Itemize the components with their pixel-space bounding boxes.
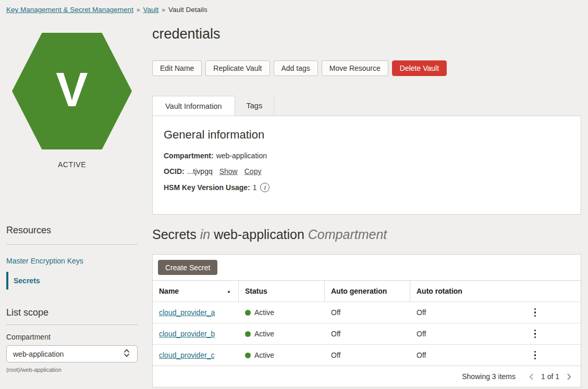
row-actions-menu-icon[interactable] — [531, 327, 540, 342]
auto-generation-cell: Off — [325, 323, 410, 344]
secret-name-cell: cloud_provider_a — [153, 302, 239, 323]
table-footer: Showing 3 items 1 of 1 — [153, 366, 581, 387]
auto-generation-cell: Off — [325, 345, 410, 366]
column-header-auto-generation[interactable]: Auto generation — [325, 281, 410, 302]
secrets-heading-compartment: web-application — [214, 227, 304, 242]
sidebar-item-master-encryption-keys[interactable]: Master Encryption Keys — [6, 252, 138, 270]
hsm-key-version-row: HSM Key Version Usage: 1 i — [164, 183, 570, 192]
replicate-vault-button[interactable]: Replicate Vault — [205, 60, 270, 76]
copy-ocid-link[interactable]: Copy — [244, 167, 262, 175]
tab-tags[interactable]: Tags — [235, 96, 275, 116]
ocid-info-row: OCID: ...tjvpgq Show Copy — [164, 167, 570, 175]
secrets-heading-in: in — [200, 227, 210, 242]
sort-ascending-icon: ▲ — [227, 289, 231, 294]
breadcrumb-link-key-management[interactable]: Key Management & Secret Management — [6, 6, 133, 14]
compartment-info-row: Compartment: web-application — [164, 152, 570, 160]
secrets-section-heading: Secrets in web-application Compartment — [152, 227, 581, 242]
ocid-label: OCID: — [164, 167, 185, 175]
status-label: Active — [254, 308, 274, 317]
tab-vault-information[interactable]: Vault Information — [152, 96, 235, 116]
main-content: credentials Edit Name Replicate Vault Ad… — [152, 19, 581, 387]
move-resource-button[interactable]: Move Resource — [322, 60, 388, 76]
create-secret-button[interactable]: Create Secret — [158, 260, 217, 275]
breadcrumb-link-vault[interactable]: Vault — [143, 6, 159, 14]
compartment-path: (root)/web-application — [6, 367, 138, 373]
sidebar: V ACTIVE Resources Master Encryption Key… — [6, 19, 138, 387]
auto-rotation-value: Off — [416, 308, 426, 317]
row-actions-menu-icon[interactable] — [531, 348, 540, 363]
tab-bar: Vault Information Tags — [152, 96, 581, 116]
status-active-icon — [245, 331, 251, 337]
page-layout: V ACTIVE Resources Master Encryption Key… — [0, 19, 588, 387]
status-label: Active — [254, 330, 274, 338]
hsm-key-version-value: 1 — [253, 183, 257, 192]
breadcrumb-current: Vault Details — [168, 6, 207, 14]
pagination: 1 of 1 — [527, 372, 573, 382]
compartment-label: Compartment — [6, 333, 138, 341]
breadcrumb-separator: » — [162, 6, 165, 14]
add-tags-button[interactable]: Add tags — [274, 60, 318, 76]
hsm-key-version-label: HSM Key Version Usage: — [164, 183, 250, 192]
secret-name-cell: cloud_provider_b — [153, 323, 239, 344]
sidebar-item-label: Secrets — [14, 277, 40, 285]
auto-rotation-cell: Off — [410, 302, 581, 323]
auto-rotation-cell: Off — [410, 345, 581, 366]
column-header-name[interactable]: Name ▲ — [153, 281, 239, 302]
edit-name-button[interactable]: Edit Name — [152, 60, 202, 76]
page-indicator: 1 of 1 — [541, 372, 559, 381]
secret-status-cell: Active — [239, 323, 325, 344]
column-header-auto-rotation[interactable]: Auto rotation — [410, 281, 581, 302]
compartment-info-value: web-application — [216, 152, 267, 160]
compartment-select-value: web-application — [13, 350, 64, 358]
secret-link[interactable]: cloud_provider_b — [159, 330, 215, 338]
secret-link[interactable]: cloud_provider_c — [159, 351, 215, 359]
resources-heading: Resources — [6, 225, 138, 236]
resources-list: Master Encryption Keys Secrets — [6, 252, 138, 290]
table-row: cloud_provider_c Active Off Off — [153, 344, 581, 366]
page-title: credentials — [152, 26, 581, 42]
status-label: Active — [254, 351, 274, 359]
row-actions-menu-icon[interactable] — [531, 305, 540, 320]
breadcrumb-separator: » — [137, 6, 140, 14]
auto-rotation-cell: Off — [410, 323, 581, 344]
ocid-value: ...tjvpgq — [187, 167, 213, 175]
secrets-heading-scope: Compartment — [308, 227, 387, 242]
divider — [6, 244, 138, 245]
table-toolbar: Create Secret — [153, 255, 581, 280]
divider — [6, 324, 138, 325]
select-chevrons-icon — [123, 348, 131, 359]
auto-rotation-value: Off — [416, 330, 426, 338]
compartment-info-label: Compartment: — [164, 152, 214, 160]
vault-status-label: ACTIVE — [6, 160, 138, 169]
table-row: cloud_provider_a Active Off Off — [153, 302, 581, 323]
sidebar-item-secrets[interactable]: Secrets — [6, 272, 138, 290]
secret-status-cell: Active — [239, 302, 325, 323]
secrets-table-card: Create Secret Name ▲ Status Auto generat… — [152, 254, 581, 387]
secret-link[interactable]: cloud_provider_a — [159, 308, 215, 317]
secrets-heading-prefix: Secrets — [152, 227, 197, 242]
table-header-row: Name ▲ Status Auto generation Auto rotat… — [153, 280, 581, 302]
compartment-select[interactable]: web-application — [6, 345, 138, 362]
items-count-label: Showing 3 items — [462, 372, 516, 381]
status-active-icon — [245, 353, 251, 358]
info-icon[interactable]: i — [260, 183, 270, 192]
action-button-row: Edit Name Replicate Vault Add tags Move … — [152, 60, 581, 76]
auto-generation-cell: Off — [325, 302, 410, 323]
general-information-heading: General information — [164, 128, 570, 142]
status-active-icon — [245, 310, 251, 316]
vault-hexagon-icon: V — [12, 33, 132, 149]
previous-page-icon[interactable] — [527, 372, 536, 382]
column-header-status[interactable]: Status — [239, 281, 325, 302]
vault-initial: V — [56, 66, 88, 114]
column-header-label: Name — [159, 287, 179, 295]
vault-information-panel: General information Compartment: web-app… — [152, 116, 581, 215]
sidebar-item-label: Master Encryption Keys — [6, 257, 83, 265]
delete-vault-button[interactable]: Delete Vault — [392, 60, 447, 76]
secret-name-cell: cloud_provider_c — [153, 345, 239, 366]
next-page-icon[interactable] — [565, 372, 573, 382]
secret-status-cell: Active — [239, 345, 325, 366]
auto-rotation-value: Off — [416, 351, 426, 359]
vault-icon-container: V — [6, 33, 138, 149]
breadcrumb: Key Management & Secret Management»Vault… — [0, 0, 588, 19]
show-ocid-link[interactable]: Show — [219, 167, 238, 175]
